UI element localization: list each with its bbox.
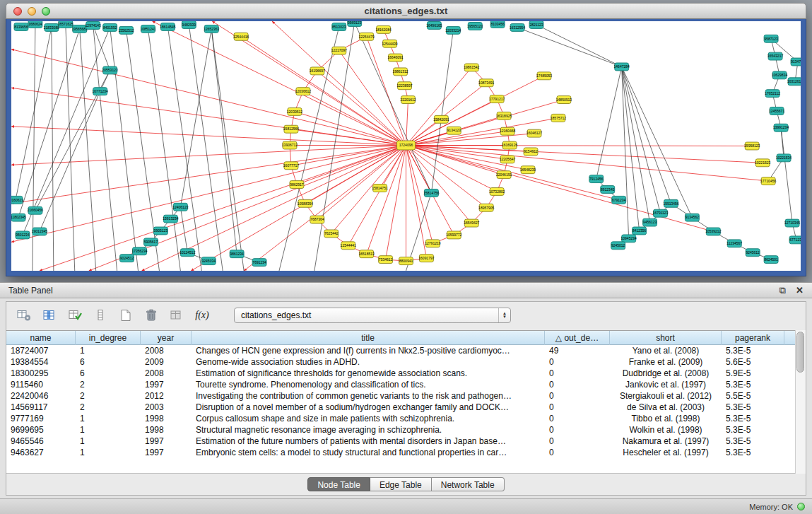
table-cell: 2003 [141,402,192,413]
table-cell: 49 [545,345,610,356]
graph-edge[interactable] [110,28,139,271]
graph-node-label: 9154912 [524,150,538,153]
table-cell: 2008 [141,345,192,356]
tab-node-table[interactable]: Node Table [307,477,370,491]
table-cell: Tibbo et al. (1998) [610,413,722,424]
column-header-5[interactable]: short [610,331,722,345]
graph-edge[interactable] [180,29,211,207]
graph-edge[interactable] [40,91,100,231]
graph-edge[interactable] [23,28,110,235]
table-cell: 19384554 [6,356,76,368]
column-header-2[interactable]: year [141,331,192,345]
graph-node-label: 12205647 [500,158,515,161]
graph-node-label: 9482939 [182,23,196,27]
delete-table-icon[interactable] [141,306,162,325]
graph-edge[interactable] [406,76,544,145]
graph-edge[interactable] [406,67,472,145]
graph-edge[interactable] [93,25,110,70]
graph-edge[interactable] [781,128,792,223]
graph-edge[interactable] [406,146,769,182]
scrollbar-thumb[interactable] [796,332,804,373]
rows-icon[interactable] [90,306,111,325]
graph-node-label: 9134123 [447,129,461,132]
graph-node-label: 9501234 [16,233,30,237]
graph-edge[interactable] [536,25,622,66]
table-cell: Estimation of significance thresholds fo… [192,368,545,379]
close-panel-icon[interactable]: ✕ [796,285,804,296]
network-window: citations_edges.txt 17240961225447912217… [6,3,806,276]
graph-edge[interactable] [622,66,661,213]
graph-edge[interactable] [11,127,406,146]
graph-edge[interactable] [244,146,406,271]
table-select[interactable]: citations_edges.txt ▲▼ [234,308,511,323]
graph-node-label: 16518513 [359,252,375,256]
close-window-button[interactable] [13,7,22,16]
graph-node-label: 10124512 [180,251,195,255]
column-header-4[interactable]: △ out_de… [545,331,610,345]
graph-edge[interactable] [93,25,117,271]
table-cell: 9115460 [6,379,76,390]
column-header-0[interactable]: name [6,331,76,345]
window-titlebar[interactable]: citations_edges.txt [6,3,806,19]
table-row[interactable]: 1872400712008Changes of HCN gene express… [6,345,806,356]
import-table-icon[interactable] [166,306,187,325]
tab-edge-table[interactable]: Edge Table [370,477,432,491]
table-row[interactable]: 977716911998Corpus callosum shape and si… [6,413,806,424]
table-settings-icon[interactable] [13,306,35,325]
table-cell: 6 [76,356,141,368]
graph-edge[interactable] [211,29,237,254]
new-table-icon[interactable] [115,306,136,325]
graph-node-label: 7625442 [324,232,339,235]
graph-node-label: 17652112 [765,92,780,95]
graph-edge[interactable] [517,28,622,67]
column-chooser-icon[interactable] [39,306,60,325]
table-row[interactable]: 2242004622012Investigating the contribut… [6,390,806,402]
graph-edge[interactable] [66,24,75,271]
graph-edge[interactable] [596,66,622,179]
minimize-window-button[interactable] [28,7,36,16]
graph-node-label: 8800941 [399,259,413,263]
table-row[interactable]: 969969511998Structural magnetic resonanc… [6,424,806,436]
column-header-6[interactable]: pagerank [722,331,784,345]
table-cell: Hescheler et al. (1997) [610,447,722,458]
graph-edge[interactable] [211,29,244,271]
graph-node-label: 5905123 [154,229,168,233]
zoom-window-button[interactable] [42,7,50,16]
function-builder-icon[interactable]: f(x) [192,306,213,325]
status-bar: Memory: OK [0,498,812,514]
vertical-scrollbar[interactable] [795,330,806,474]
float-panel-icon[interactable]: ⧉ [779,285,786,296]
graph-node-label: 10221523 [755,161,770,165]
graph-edge[interactable] [80,29,96,271]
graph-edge[interactable] [303,91,406,145]
column-header-3[interactable]: title [192,331,545,345]
graph-edge[interactable] [406,146,753,146]
table-row[interactable]: 911546021997Tourette syndrome. Phenomeno… [6,379,806,390]
graph-edge[interactable] [622,66,629,238]
table-row[interactable]: 1938455462009Genome-wide association stu… [6,356,806,368]
graph-edge[interactable] [622,66,693,217]
table-row[interactable]: 1830029562008Estimation of significance … [6,368,806,379]
graph-edge[interactable] [52,28,54,271]
graph-edge[interactable] [406,146,472,223]
column-header-1[interactable]: in_degree [76,331,141,345]
graph-edge[interactable] [406,146,432,193]
graph-node-label: 6791234 [612,199,626,202]
table-row[interactable]: 1456911722003Disruption of a novel membe… [6,402,806,413]
network-graph[interactable]: 1724096122544791221709716196697120366121… [11,21,801,271]
graph-edge[interactable] [406,100,564,145]
graph-node-label: 14647284 [614,65,630,69]
table-row[interactable]: 946554611997Estimation of the future num… [6,436,806,447]
graph-edge[interactable] [781,128,784,158]
graph-edge[interactable] [18,29,80,218]
graph-edge[interactable] [11,49,406,146]
apply-table-icon[interactable] [64,306,86,325]
graph-edge[interactable] [180,207,187,252]
graph-node-label: 9024512 [120,257,134,260]
table-row[interactable]: 946362711997Embryonic stem cells: a mode… [6,447,806,458]
table-cell: 1 [76,447,141,458]
tab-network-table[interactable]: Network Table [432,477,505,491]
graph-node-label: 10873491 [478,81,494,85]
graph-edge[interactable] [406,146,427,259]
graph-edge[interactable] [348,146,406,246]
